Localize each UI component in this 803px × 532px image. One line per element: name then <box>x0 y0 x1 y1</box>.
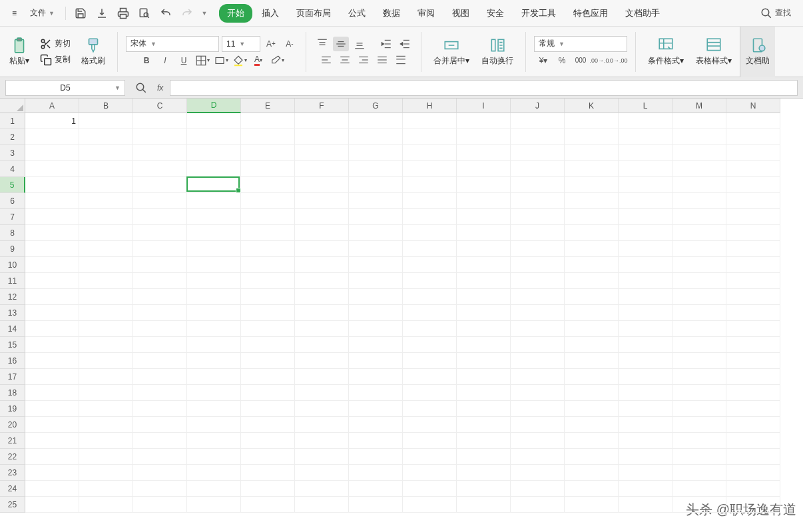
cell[interactable] <box>726 177 780 193</box>
cell[interactable] <box>457 481 511 497</box>
cell[interactable] <box>403 161 457 177</box>
cell[interactable] <box>295 113 349 129</box>
increase-indent-button[interactable] <box>397 37 413 51</box>
print-button[interactable] <box>114 4 133 23</box>
qat-dropdown[interactable]: ▼ <box>199 4 210 23</box>
align-middle-button[interactable] <box>333 37 349 51</box>
file-menu[interactable]: 文件 ▼ <box>25 5 60 21</box>
cell[interactable] <box>403 209 457 225</box>
cell[interactable] <box>79 193 133 209</box>
cell[interactable] <box>672 465 726 481</box>
cell[interactable] <box>726 433 780 449</box>
row-header-4[interactable]: 4 <box>0 161 25 177</box>
cell[interactable] <box>619 145 672 161</box>
cell[interactable] <box>295 129 349 145</box>
cell[interactable] <box>726 129 780 145</box>
save-as-button[interactable] <box>93 4 111 23</box>
cell[interactable] <box>619 289 672 305</box>
cell[interactable] <box>79 113 133 129</box>
cell[interactable] <box>187 257 241 273</box>
cell[interactable] <box>511 481 565 497</box>
font-color-button[interactable]: A▾ <box>250 53 266 68</box>
cell[interactable] <box>349 193 403 209</box>
cell[interactable] <box>619 209 672 225</box>
print-preview-button[interactable] <box>135 4 154 23</box>
find-button[interactable]: 查找 <box>755 5 796 22</box>
cell[interactable] <box>565 401 619 417</box>
row-header-14[interactable]: 14 <box>0 321 25 337</box>
cell[interactable] <box>133 289 187 305</box>
cell[interactable] <box>349 449 403 465</box>
cell[interactable] <box>726 465 780 481</box>
cell[interactable] <box>672 321 726 337</box>
cell[interactable] <box>349 401 403 417</box>
cell[interactable] <box>79 481 133 497</box>
cell[interactable] <box>403 497 457 513</box>
border-button[interactable]: ▾ <box>194 53 210 68</box>
justify-button[interactable] <box>374 53 390 67</box>
cell[interactable] <box>672 129 726 145</box>
cell[interactable] <box>241 385 295 401</box>
cell[interactable] <box>295 305 349 321</box>
table-style-button[interactable]: 表格样式▾ <box>692 34 736 69</box>
col-header-C[interactable]: C <box>133 99 187 113</box>
cell[interactable] <box>457 465 511 481</box>
row-header-23[interactable]: 23 <box>0 465 25 481</box>
cell[interactable] <box>457 497 511 513</box>
cell[interactable] <box>187 241 241 257</box>
cell[interactable] <box>295 257 349 273</box>
cell[interactable] <box>187 401 241 417</box>
cell[interactable] <box>187 161 241 177</box>
cell[interactable] <box>79 465 133 481</box>
align-right-button[interactable] <box>356 53 372 67</box>
cell[interactable] <box>511 241 565 257</box>
cell[interactable] <box>133 449 187 465</box>
cell[interactable] <box>511 369 565 385</box>
cell[interactable] <box>726 385 780 401</box>
cell[interactable] <box>25 497 79 513</box>
cell[interactable] <box>133 321 187 337</box>
cell[interactable] <box>726 401 780 417</box>
cell[interactable] <box>133 161 187 177</box>
cell[interactable] <box>295 145 349 161</box>
cell[interactable] <box>79 449 133 465</box>
cell[interactable] <box>187 449 241 465</box>
cell[interactable] <box>619 193 672 209</box>
cell[interactable] <box>79 433 133 449</box>
cell[interactable] <box>187 225 241 241</box>
cell[interactable] <box>349 305 403 321</box>
cell[interactable] <box>672 113 726 129</box>
cell[interactable] <box>619 337 672 353</box>
cell[interactable] <box>349 273 403 289</box>
hamburger-menu[interactable]: ≡ <box>7 6 22 21</box>
fill-color-button[interactable]: ▾ <box>232 53 248 68</box>
cell[interactable] <box>349 385 403 401</box>
increase-font-button[interactable]: A+ <box>263 37 279 51</box>
row-header-22[interactable]: 22 <box>0 449 25 465</box>
bold-button[interactable]: B <box>138 53 154 68</box>
row-header-18[interactable]: 18 <box>0 385 25 401</box>
cut-button[interactable]: 剪切 <box>37 37 73 51</box>
cell[interactable] <box>565 337 619 353</box>
row-header-13[interactable]: 13 <box>0 305 25 321</box>
cell[interactable] <box>511 401 565 417</box>
zoom-button[interactable] <box>132 79 150 97</box>
cell[interactable] <box>565 481 619 497</box>
paste-button[interactable]: 粘贴▾ <box>5 34 33 69</box>
cell[interactable] <box>241 193 295 209</box>
cell[interactable] <box>726 273 780 289</box>
cell[interactable] <box>726 241 780 257</box>
cell[interactable] <box>241 257 295 273</box>
cell[interactable] <box>187 273 241 289</box>
underline-button[interactable]: U <box>176 53 192 68</box>
cell[interactable] <box>511 273 565 289</box>
cell[interactable] <box>565 113 619 129</box>
align-top-button[interactable] <box>314 37 330 51</box>
cell[interactable] <box>79 369 133 385</box>
cell[interactable] <box>457 257 511 273</box>
col-header-J[interactable]: J <box>511 99 565 113</box>
copy-button[interactable]: 复制 <box>37 53 73 67</box>
col-header-M[interactable]: M <box>672 99 726 113</box>
row-header-3[interactable]: 3 <box>0 145 25 161</box>
col-header-H[interactable]: H <box>403 99 457 113</box>
